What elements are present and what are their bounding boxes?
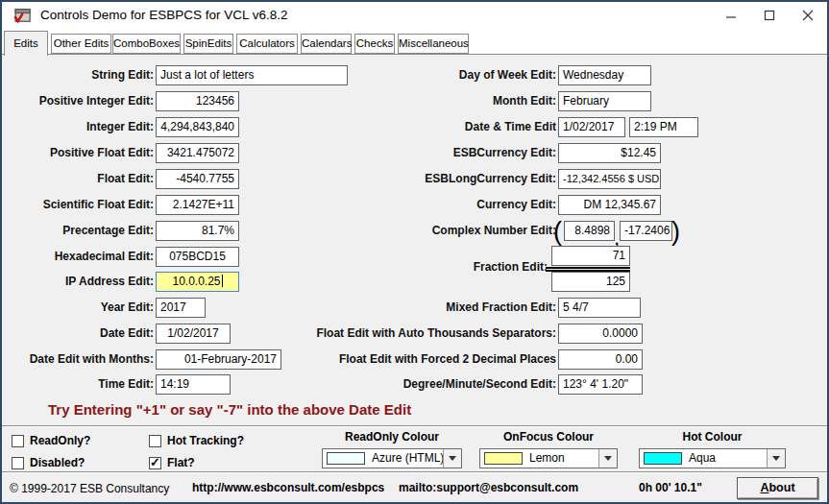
fraction-numerator-field[interactable]: 71	[551, 246, 630, 266]
chevron-down-icon	[772, 456, 780, 461]
tab-spinedits[interactable]: SpinEdits	[183, 34, 233, 54]
hot-colour-swatch	[644, 452, 682, 465]
flat-checkbox[interactable]	[149, 457, 161, 469]
percentage-edit-field[interactable]: 81.7%	[156, 221, 239, 241]
tab-comboboxes[interactable]: ComboBoxes	[112, 34, 181, 54]
ip-address-edit-label: IP Address Edit:	[65, 275, 154, 288]
copyright-text: © 1999-2017 ESB Consultancy	[10, 482, 169, 495]
hot-tracking-checkbox-label: Hot Tracking?	[167, 434, 244, 447]
auto-thousands-edit-label: Float Edit with Auto Thousands Separator…	[316, 326, 556, 340]
hot-colour-combo[interactable]: Aqua	[639, 448, 786, 468]
scientific-float-edit-field[interactable]: 2.1427E+11	[156, 195, 239, 215]
flat-checkbox-label: Flat?	[167, 456, 195, 469]
tab-miscellaneous[interactable]: Miscellaneous	[398, 34, 469, 54]
hot-colour-label: Hot Colour	[639, 430, 786, 444]
integer-edit-field[interactable]: 4,294,843,840	[156, 117, 239, 137]
scientific-float-edit-label: Scientific Float Edit:	[43, 198, 154, 211]
time-edit-field[interactable]: 14:19	[156, 374, 231, 395]
readonly-checkbox[interactable]	[12, 435, 24, 447]
readonly-colour-swatch	[327, 452, 365, 465]
minimize-button[interactable]	[712, 2, 750, 29]
readonly-checkbox-label: ReadOnly?	[30, 434, 90, 447]
chevron-down-icon	[449, 456, 456, 461]
year-edit-field[interactable]: 2017	[156, 298, 206, 318]
date-edit-field[interactable]: 1/02/2017	[156, 324, 231, 344]
currency-edit-label: Currency Edit:	[476, 198, 556, 211]
string-edit-field[interactable]: Just a lot of letters	[156, 65, 348, 85]
currency-edit-field[interactable]: DM 12,345.67	[558, 195, 661, 215]
onfocus-colour-combo[interactable]: Lemon	[479, 448, 618, 468]
tab-calendars[interactable]: Calendars	[301, 34, 352, 54]
date-time-edit-label: Date & Time Edit	[465, 120, 556, 133]
minimize-icon	[725, 10, 737, 21]
auto-thousands-edit-field[interactable]: 0.0000	[558, 324, 643, 344]
month-edit-field[interactable]: February	[558, 91, 651, 111]
app-window: Controls Demo for ESBPCS for VCL v6.8.2 …	[0, 0, 829, 504]
hexadecimal-edit-field[interactable]: 075BCD15	[156, 247, 239, 267]
day-of-week-edit-label: Day of Week Edit:	[459, 68, 556, 82]
fraction-denominator-field[interactable]: 125	[551, 272, 630, 292]
onfocus-colour-swatch	[484, 452, 523, 465]
day-of-week-edit-field[interactable]: Wednesday	[558, 65, 651, 85]
disabled-checkbox-label: Disabled?	[30, 456, 85, 469]
window-controls	[712, 2, 827, 29]
readonly-colour-label: ReadOnly Colour	[322, 430, 462, 444]
elapsed-time: 0h 00' 10.1"	[639, 481, 702, 494]
integer-edit-label: Integer Edit:	[86, 120, 154, 133]
date-edit-with-months-field[interactable]: 01-February-2017	[156, 349, 281, 370]
tab-strip-divider	[2, 54, 827, 55]
mixed-fraction-edit-field[interactable]: 5 4/7	[558, 298, 641, 318]
hot-colour-value: Aqua	[689, 451, 716, 465]
time-edit-label: Time Edit:	[98, 377, 154, 391]
forced-decimals-edit-label: Float Edit with Forced 2 Decimal Places	[339, 352, 556, 366]
date-time-edit-date-field[interactable]: 1/02/2017	[558, 117, 625, 137]
complex-number-edit-label: Complex Number Edit:	[432, 224, 556, 237]
close-button[interactable]	[789, 2, 827, 29]
close-icon	[802, 10, 814, 21]
forced-decimals-edit-field[interactable]: 0.00	[558, 349, 643, 370]
hot-tracking-checkbox[interactable]	[149, 435, 161, 447]
hexadecimal-edit-label: Hexadecimal Edit:	[55, 250, 154, 263]
float-edit-field[interactable]: -4540.7755	[156, 169, 239, 189]
esb-currency-edit-field[interactable]: $12.45	[558, 143, 661, 163]
ip-address-edit-field[interactable]: 10.0.0.25	[156, 272, 239, 292]
positive-float-edit-label: Positive Float Edit:	[50, 146, 154, 159]
chevron-down-icon	[604, 456, 612, 461]
fraction-edit-label: Fraction Edit:	[474, 260, 548, 274]
tab-other-edits[interactable]: Other Edits	[51, 34, 111, 54]
onfocus-colour-value: Lemon	[529, 451, 565, 465]
esb-long-currency-edit-label: ESBLongCurrency Edit:	[425, 172, 556, 185]
positive-integer-edit-label: Positive Integer Edit:	[39, 94, 154, 108]
complex-imaginary-field[interactable]: -17.2406	[620, 221, 672, 241]
dms-edit-field[interactable]: 123° 4' 1.20"	[558, 374, 643, 395]
tab-checks[interactable]: Checks	[354, 34, 395, 54]
onfocus-colour-dropdown-button[interactable]	[598, 449, 617, 468]
month-edit-label: Month Edit:	[493, 94, 556, 108]
readonly-colour-dropdown-button[interactable]	[443, 449, 461, 468]
positive-float-edit-field[interactable]: 3421.475072	[156, 143, 239, 163]
complex-real-field[interactable]: 8.4898	[564, 221, 615, 241]
esb-long-currency-edit-field[interactable]: -12,342.4556 $ USD	[558, 169, 661, 189]
maximize-icon	[764, 10, 775, 21]
tab-edits[interactable]: Edits	[4, 31, 48, 56]
readonly-colour-combo[interactable]: Azure (HTML)	[322, 448, 462, 468]
disabled-checkbox[interactable]	[12, 457, 24, 469]
tab-calculators[interactable]: Calculators	[236, 34, 298, 54]
website-url: http://www.esbconsult.com/esbpcs	[192, 481, 384, 494]
app-icon	[12, 6, 32, 25]
esb-currency-edit-label: ESBCurrency Edit:	[453, 146, 556, 159]
titlebar: Controls Demo for ESBPCS for VCL v6.8.2	[2, 2, 827, 29]
positive-integer-edit-field[interactable]: 123456	[156, 91, 239, 111]
about-button[interactable]: About	[737, 477, 818, 499]
maximize-button[interactable]	[750, 2, 789, 29]
date-time-edit-time-field[interactable]: 2:19 PM	[629, 117, 698, 137]
readonly-colour-value: Azure (HTML)	[372, 451, 444, 465]
support-email: mailto:support@esbconsult.com	[399, 481, 578, 494]
onfocus-colour-label: OnFocus Colour	[479, 430, 618, 444]
date-edit-label: Date Edit:	[100, 326, 154, 340]
hot-colour-dropdown-button[interactable]	[767, 449, 785, 468]
window-title: Controls Demo for ESBPCS for VCL v6.8.2	[40, 2, 288, 29]
string-edit-label: String Edit:	[91, 68, 154, 82]
status-bar: © 1999-2017 ESB Consultancy http://www.e…	[2, 471, 827, 502]
complex-open-paren: (	[553, 219, 562, 245]
